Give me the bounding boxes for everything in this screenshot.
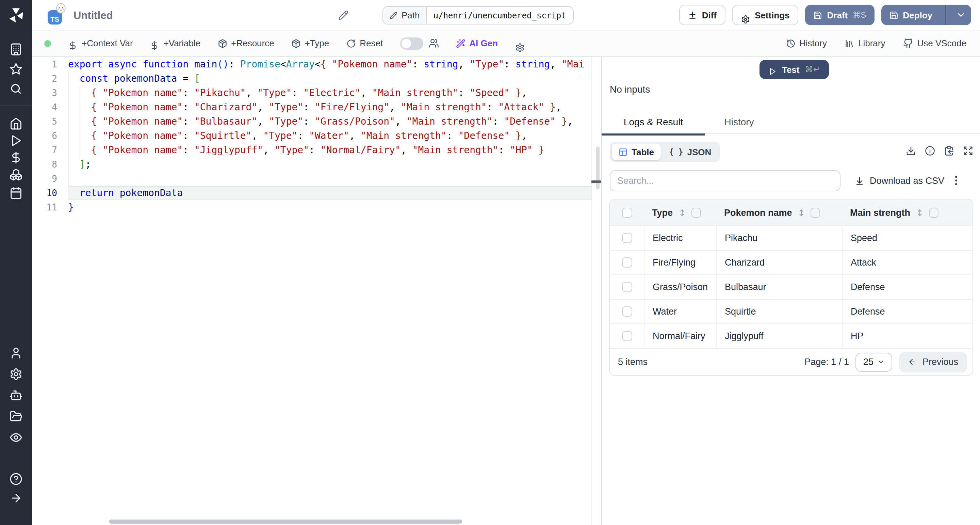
column-header-pokemon-name[interactable]: Pokemon name [716,199,842,225]
code-line-1[interactable]: 1export async function main(): Promise<A… [32,57,601,72]
page-indicator: Page: 1 / 1 [804,357,849,367]
sort-icon[interactable] [678,208,686,217]
boxes-icon[interactable] [10,168,22,181]
row-checkbox[interactable] [622,257,632,268]
code-line-7[interactable]: 7 { "Pokemon name": "Jigglypuff", "Type"… [32,143,601,157]
eye-icon[interactable] [10,431,22,444]
gear-icon[interactable] [10,368,22,381]
row-checkbox[interactable] [622,331,632,341]
arrow-right-icon[interactable] [10,491,22,504]
add-type-button[interactable]: +Type [291,38,329,48]
settings-button-label: Settings [755,10,790,20]
download-csv-button[interactable]: Download as CSV [855,170,944,191]
view-table-button[interactable]: Table [612,144,661,160]
star-icon[interactable] [10,63,22,76]
code-line-9[interactable]: 9 [32,172,601,186]
code-line-2[interactable]: 2 const pokemonData = [ [32,72,601,86]
column-header-main-strength[interactable]: Main strength [842,199,972,225]
editor-settings-button[interactable] [515,34,524,52]
draft-shortcut: ⌘S [853,10,866,20]
page-size-value: 25 [863,357,873,367]
code-line-8[interactable]: 8 ]; [32,157,601,172]
settings-button[interactable]: Settings [732,5,799,25]
download-icon[interactable] [906,146,916,156]
use-vscode-button[interactable]: Use VScode [903,38,966,48]
code-line-4[interactable]: 4 { "Pokemon name": "Charizard", "Type":… [32,100,601,114]
horizontal-scrollbar[interactable] [109,520,462,523]
column-header-type[interactable]: Type [644,199,716,225]
clipboard-paste-icon[interactable] [944,146,954,156]
tab-logs-result[interactable]: Logs & Result [601,110,705,134]
search-input[interactable] [610,170,840,191]
baby-face-icon [55,2,67,14]
code-line-6[interactable]: 6 { "Pokemon name": "Squirtle", "Type": … [32,129,601,143]
table-row[interactable]: WaterSquirtleDefense [610,299,972,324]
add-context-var-button[interactable]: +Context Var [68,37,133,50]
draft-button[interactable]: Draft ⌘S [805,5,875,25]
code-line-11[interactable]: 11} [32,200,601,214]
ai-gen-button[interactable]: AI Gen [456,38,498,48]
deploy-button[interactable]: Deploy [881,5,971,25]
dollar-icon[interactable] [10,151,22,164]
table-row[interactable]: ElectricPikachuSpeed [610,225,972,250]
add-resource-button[interactable]: +Resource [218,38,274,48]
deploy-dropdown-button[interactable] [951,5,971,25]
windmill-logo-icon[interactable] [8,7,24,24]
play-icon[interactable] [10,134,22,147]
line-number: 4 [32,100,57,114]
sort-icon[interactable] [915,208,924,217]
sort-icon[interactable] [797,208,806,217]
script-path-widget[interactable]: Path u/henri/unencumbered_script [382,6,574,24]
test-button[interactable]: Test ⌘↵ [759,60,829,79]
add-variable-button[interactable]: +Variable [150,37,201,50]
row-checkbox[interactable] [622,233,632,243]
page-size-select[interactable]: 25 [856,353,892,372]
row-checkbox[interactable] [622,282,632,292]
row-checkbox-cell [610,306,644,317]
table-cell: Bulbasaur [716,275,842,299]
edit-summary-pencil-icon[interactable] [338,10,348,21]
package-icon [291,38,301,48]
home-icon[interactable] [10,117,22,130]
select-all-checkbox[interactable] [622,207,632,217]
calendar-icon[interactable] [10,187,22,199]
info-icon[interactable] [925,146,935,156]
library-button[interactable]: Library [845,38,885,48]
code-line-5[interactable]: 5 { "Pokemon name": "Bulbasaur", "Type":… [32,114,601,129]
add-type-label: +Type [305,38,329,48]
history-button[interactable]: History [786,38,827,48]
diff-button[interactable]: Diff [679,5,725,25]
view-json-button[interactable]: { } JSON [662,144,718,160]
line-content: return pokemonData [68,186,183,200]
github-icon [903,38,913,48]
help-icon[interactable] [10,472,22,485]
expand-icon[interactable] [963,146,973,156]
column-option-box[interactable] [929,207,938,217]
collab-toggle[interactable] [400,37,423,49]
column-option-box[interactable] [811,207,820,217]
table-row[interactable]: Grass/PoisonBulbasaurDefense [610,274,972,299]
left-sidebar [0,0,32,525]
line-content: { "Pokemon name": "Jigglypuff", "Type": … [68,143,544,157]
previous-page-button[interactable]: Previous [899,352,967,372]
code-editor[interactable]: 1export async function main(): Promise<A… [32,57,601,525]
library-label: Library [858,38,885,48]
table-cell: Squirtle [716,300,842,324]
search-icon[interactable] [10,82,22,95]
column-option-box[interactable] [691,207,701,217]
user-icon[interactable] [10,346,22,359]
tab-history[interactable]: History [705,110,773,134]
code-line-3[interactable]: 3 { "Pokemon name": "Pikachu", "Type": "… [32,86,601,100]
reset-button[interactable]: Reset [346,38,383,48]
building-icon[interactable] [10,43,22,56]
table-row[interactable]: Normal/FairyJigglypuffHP [610,324,972,348]
more-options-button[interactable] [950,174,963,187]
bot-icon[interactable] [10,389,22,402]
code-line-10[interactable]: 10 return pokemonData [32,186,601,200]
script-path-value[interactable]: u/henri/unencumbered_script [427,7,573,24]
editor-toolbar: +Context Var +Variable +Resource +Type R… [32,30,980,56]
row-checkbox[interactable] [622,306,632,317]
table-row[interactable]: Fire/FlyingCharizardAttack [610,250,972,274]
folder-open-icon[interactable] [10,410,22,423]
column-label: Main strength [850,207,910,217]
